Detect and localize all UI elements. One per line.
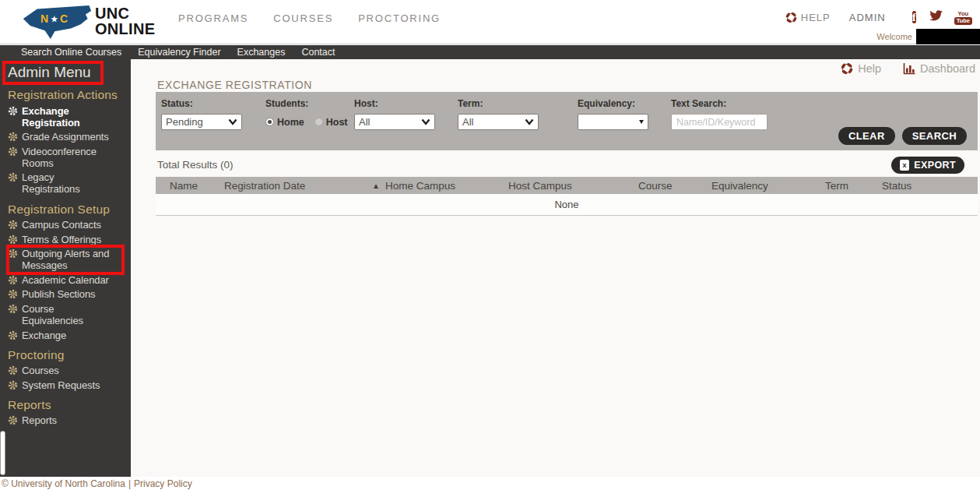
sidebar-item-campus-contacts[interactable]: Campus Contacts bbox=[8, 219, 101, 231]
admin-link[interactable]: ADMIN bbox=[849, 12, 886, 23]
youtube-icon[interactable]: YouTube bbox=[954, 11, 972, 25]
column-label: Term bbox=[825, 180, 848, 192]
sidebar-item-label: Campus Contacts bbox=[22, 219, 101, 231]
column-header-registration-date[interactable]: Registration Date bbox=[224, 180, 372, 192]
life-ring-icon bbox=[785, 12, 797, 23]
subnav-exchanges[interactable]: Exchanges bbox=[237, 47, 286, 58]
students-radio-home[interactable]: Home bbox=[265, 117, 304, 128]
sidebar-item-exchange[interactable]: Exchange bbox=[8, 330, 66, 341]
column-header-status[interactable]: Status bbox=[882, 180, 975, 192]
top-header: N★C UNC ONLINE PROGRAMSCOURSESPROCTORING… bbox=[0, 0, 980, 44]
privacy-policy-link[interactable]: Privacy Policy bbox=[134, 478, 192, 489]
students-label: Students: bbox=[265, 98, 348, 109]
subnav-search-online-courses[interactable]: Search Online Courses bbox=[21, 47, 121, 58]
sidebar-item-courses[interactable]: Courses bbox=[8, 365, 59, 376]
column-label: Equivalency bbox=[711, 180, 768, 192]
sidebar-item-publish-sections[interactable]: Publish Sections bbox=[8, 288, 96, 300]
scrollbar-artifact[interactable] bbox=[0, 431, 5, 475]
chevron-down-icon bbox=[525, 118, 534, 125]
admin-menu-title: Admin Menu bbox=[8, 64, 91, 81]
students-filter-group: Students: HomeHost bbox=[265, 98, 348, 130]
sidebar-item-label: Outgoing Alerts and Messages bbox=[22, 248, 114, 271]
radio-label: Home bbox=[277, 117, 304, 128]
status-select[interactable]: Pending bbox=[161, 114, 242, 130]
equivalency-select[interactable] bbox=[578, 114, 648, 130]
nc-logo-monogram: N★C bbox=[40, 12, 68, 25]
column-header-name[interactable]: Name bbox=[170, 180, 224, 192]
sidebar-item-academic-calendar[interactable]: Academic Calendar bbox=[8, 274, 109, 286]
filter-buttons: CLEAR SEARCH bbox=[838, 127, 967, 145]
host-select[interactable]: All bbox=[354, 114, 435, 130]
nav-programs[interactable]: PROGRAMS bbox=[178, 12, 248, 24]
gear-icon bbox=[8, 172, 18, 182]
host-select-value: All bbox=[359, 116, 370, 128]
sidebar-item-terms-offerings[interactable]: Terms & Offerings bbox=[8, 234, 101, 245]
subnav-equivalency-finder[interactable]: Equivalency Finder bbox=[138, 47, 220, 58]
equivalency-filter-group: Equivalency: bbox=[578, 98, 648, 130]
students-radio-host[interactable]: Host bbox=[314, 117, 348, 128]
sidebar-item-label: Terms & Offerings bbox=[22, 234, 101, 245]
table-empty-row: None bbox=[156, 194, 978, 216]
dashboard-link[interactable]: Dashboard bbox=[903, 62, 975, 75]
column-label: Host Campus bbox=[508, 180, 572, 192]
main-inner: Help Dashboard EXCHANGE REGISTRATION Sta… bbox=[156, 59, 980, 477]
nav-proctoring[interactable]: PROCTORING bbox=[358, 12, 441, 24]
sidebar-item-grade-assignments[interactable]: Grade Assignments bbox=[8, 131, 109, 143]
filter-bar: Status: Pending Students: HomeHost Host:… bbox=[156, 92, 978, 150]
sidebar-item-label: Legacy Registrations bbox=[22, 171, 114, 195]
gear-icon bbox=[8, 275, 18, 285]
search-button[interactable]: SEARCH bbox=[902, 127, 967, 145]
sidebar-item-label: Grade Assignments bbox=[22, 131, 109, 143]
admin-sidebar: Admin Menu Registration ActionsExchange … bbox=[0, 59, 131, 477]
dashboard-label: Dashboard bbox=[920, 62, 975, 75]
sidebar-item-outgoing-alerts-and-messages[interactable]: Outgoing Alerts and Messages bbox=[8, 248, 114, 271]
sidebar-item-legacy-registrations[interactable]: Legacy Registrations bbox=[8, 171, 114, 195]
sidebar-item-reports[interactable]: Reports bbox=[8, 414, 57, 426]
facebook-icon[interactable]: f bbox=[912, 10, 916, 25]
column-header-equivalency[interactable]: Equivalency bbox=[711, 180, 825, 192]
term-select[interactable]: All bbox=[458, 114, 539, 130]
subnav-contact[interactable]: Contact bbox=[301, 47, 335, 58]
page-help-label: Help bbox=[858, 62, 881, 75]
header-utils: HELP ADMIN fYouTube bbox=[785, 9, 972, 26]
sidebar-item-exchange-registration[interactable]: Exchange Registration bbox=[8, 105, 114, 129]
students-radio-group: HomeHost bbox=[265, 114, 348, 130]
sidebar-item-label: Videoconference Rooms bbox=[22, 146, 114, 169]
star-icon: ★ bbox=[51, 15, 58, 23]
gear-icon bbox=[8, 132, 18, 142]
sidebar-item-label: Courses bbox=[22, 365, 59, 376]
sidebar-item-system-requests[interactable]: System Requests bbox=[8, 379, 100, 391]
radio-unselected-icon bbox=[314, 118, 323, 126]
sidebar-item-course-equivalencies[interactable]: Course Equivalencies bbox=[8, 303, 114, 326]
welcome-label: Welcome bbox=[876, 32, 912, 41]
sidebar-section-proctoring: Proctoring bbox=[8, 348, 126, 362]
clear-button[interactable]: CLEAR bbox=[838, 127, 895, 145]
social-icons: fYouTube bbox=[912, 9, 972, 26]
sidebar-item-label: Course Equivalencies bbox=[22, 303, 114, 326]
help-link[interactable]: HELP bbox=[785, 12, 831, 23]
gear-icon bbox=[8, 415, 18, 425]
column-header-host-campus[interactable]: Host Campus bbox=[508, 180, 638, 192]
column-label: Name bbox=[170, 180, 198, 192]
page-help-link[interactable]: Help bbox=[841, 62, 881, 75]
help-label: HELP bbox=[801, 12, 831, 23]
unc-online-logo[interactable]: N★C bbox=[22, 3, 92, 41]
top-nav: PROGRAMSCOURSESPROCTORING bbox=[178, 12, 441, 24]
export-button[interactable]: x EXPORT bbox=[891, 157, 964, 174]
column-header-home-campus[interactable]: ▲Home Campus bbox=[372, 180, 508, 192]
column-header-course[interactable]: Course bbox=[638, 180, 711, 192]
page-footer: © University of North Carolina | Privacy… bbox=[0, 477, 980, 490]
page-title: EXCHANGE REGISTRATION bbox=[157, 79, 312, 91]
status-select-value: Pending bbox=[166, 116, 203, 128]
twitter-icon[interactable] bbox=[927, 9, 943, 26]
sidebar-sections: Registration ActionsExchange Registratio… bbox=[8, 88, 126, 426]
sidebar-item-videoconference-rooms[interactable]: Videoconference Rooms bbox=[8, 146, 114, 169]
life-ring-icon bbox=[841, 62, 853, 75]
nav-courses[interactable]: COURSES bbox=[273, 12, 333, 24]
results-table: NameRegistration Date▲Home CampusHost Ca… bbox=[156, 177, 978, 216]
sub-nav: Search Online CoursesEquivalency FinderE… bbox=[0, 45, 980, 59]
sidebar-item-label: Academic Calendar bbox=[22, 274, 109, 286]
text-search-input[interactable] bbox=[671, 114, 767, 130]
host-label: Host: bbox=[354, 98, 435, 109]
column-header-term[interactable]: Term bbox=[825, 180, 882, 192]
